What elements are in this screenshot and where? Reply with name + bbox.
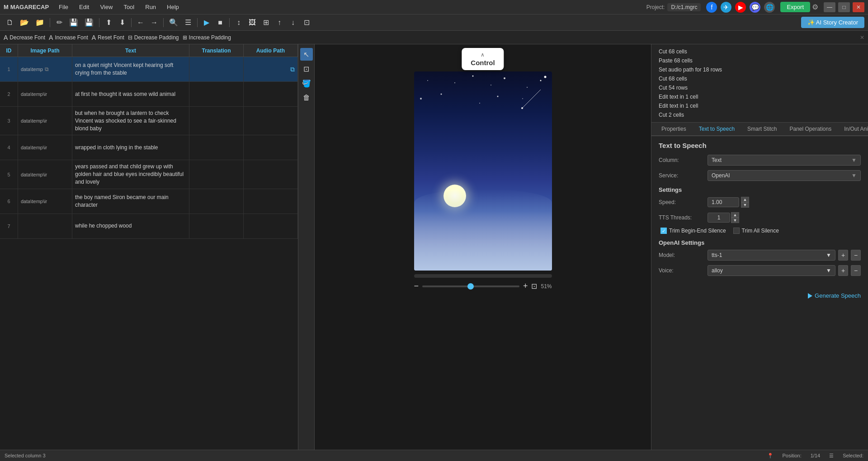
- table-row[interactable]: 3 data\temp\ir but when he brought a lan…: [0, 107, 298, 135]
- play-button[interactable]: ▶: [200, 16, 213, 29]
- model-select[interactable]: tts-1 ▼: [708, 250, 835, 261]
- ctx-cut-54[interactable]: Cut 54 rows: [656, 83, 863, 92]
- control-collapse-arrow[interactable]: ∧: [481, 52, 485, 58]
- tab-smart-stitch[interactable]: Smart Stitch: [741, 123, 783, 136]
- table-row[interactable]: 2 data\temp\ir at first he thought it wa…: [0, 82, 298, 107]
- ctx-edit-1a[interactable]: Edit text in 1 cell: [656, 92, 863, 101]
- cell-text[interactable]: years passed and that child grew up with…: [72, 160, 189, 188]
- horizontal-scrollbar[interactable]: [414, 274, 552, 278]
- menu-file[interactable]: File: [54, 2, 73, 12]
- crop-tool-button[interactable]: ⊡: [300, 62, 313, 75]
- list-button[interactable]: ☰: [182, 16, 194, 29]
- image-button[interactable]: 🖼: [246, 16, 259, 29]
- table-row[interactable]: 6 data\temp\ir the boy named Siron becam…: [0, 189, 298, 214]
- trim-begin-checkbox[interactable]: ✓ Trim Begin-End Silence: [660, 228, 726, 234]
- trim-all-checkbox-box[interactable]: [733, 228, 740, 234]
- folder-button[interactable]: 📁: [33, 16, 47, 29]
- up-button[interactable]: ↑: [273, 16, 286, 29]
- voice-add-button[interactable]: +: [838, 265, 848, 276]
- close-button[interactable]: ✕: [853, 2, 864, 12]
- increase-font-button[interactable]: A Increase Font: [49, 34, 88, 41]
- voice-remove-button[interactable]: −: [851, 265, 861, 276]
- zoom-button[interactable]: 🔍: [166, 16, 181, 29]
- tab-panel-operations[interactable]: Panel Operations: [783, 123, 838, 136]
- settings-icon[interactable]: ⚙: [812, 3, 818, 11]
- minimize-button[interactable]: —: [824, 2, 835, 12]
- discord-icon[interactable]: 💬: [750, 2, 760, 13]
- table-row[interactable]: 5 data\temp\ir years passed and that chi…: [0, 160, 298, 189]
- speed-down-button[interactable]: ▼: [741, 202, 749, 208]
- save-as-button[interactable]: 💾: [82, 16, 96, 29]
- menu-run[interactable]: Run: [141, 2, 160, 12]
- select-tool-button[interactable]: ↖: [300, 48, 313, 61]
- zoom-slider[interactable]: [422, 285, 519, 287]
- export-button[interactable]: Export: [780, 2, 810, 12]
- delete-tool-button[interactable]: 🗑: [300, 91, 313, 104]
- website-icon[interactable]: 🌐: [764, 2, 775, 13]
- upload-button[interactable]: ⬆: [102, 16, 115, 29]
- down-button[interactable]: ↓: [287, 16, 299, 29]
- table-row[interactable]: 1 data\temp ⧉ on a quiet night Vincent k…: [0, 57, 298, 82]
- stop-button[interactable]: ■: [214, 16, 226, 29]
- ai-story-button[interactable]: ✨ AI Story Creator: [801, 17, 864, 28]
- generate-speech-button[interactable]: Generate Speech: [808, 292, 861, 299]
- voice-select[interactable]: alloy ▼: [708, 265, 835, 276]
- cell-text[interactable]: while he chopped wood: [72, 214, 189, 238]
- cell-text[interactable]: at first he thought it was some wild ani…: [72, 82, 189, 106]
- redo-button[interactable]: →: [148, 16, 160, 29]
- cell-text[interactable]: on a quiet night Vincent kept hearing so…: [72, 57, 189, 81]
- paint-tool-button[interactable]: 🪣: [300, 77, 313, 90]
- ctx-cut-68[interactable]: Cut 68 cells: [656, 47, 863, 56]
- zoom-slider-thumb[interactable]: [467, 283, 474, 290]
- zoom-out-button[interactable]: −: [414, 281, 419, 291]
- ctx-edit-1b[interactable]: Edit text in 1 cell: [656, 101, 863, 110]
- decrease-padding-button[interactable]: ⊟ Decrease Padding: [128, 34, 179, 41]
- model-add-button[interactable]: +: [838, 250, 848, 261]
- tab-text-to-speech[interactable]: Text to Speech: [693, 123, 741, 136]
- sort-button[interactable]: ↕: [232, 16, 245, 29]
- threads-input[interactable]: [708, 213, 730, 223]
- download-button[interactable]: ⬇: [116, 16, 128, 29]
- threads-up-button[interactable]: ▲: [731, 212, 739, 218]
- menu-edit[interactable]: Edit: [75, 2, 94, 12]
- save-button[interactable]: 💾: [66, 16, 81, 29]
- ctx-set-audio[interactable]: Set audio path for 18 rows: [656, 65, 863, 74]
- tab-inout-anim[interactable]: In/Out Anim: [838, 123, 868, 136]
- cell-text[interactable]: wrapped in cloth lying in the stable: [72, 135, 189, 160]
- telegram-icon[interactable]: ✈: [721, 2, 731, 13]
- ctx-cut-68b[interactable]: Cut 68 cells: [656, 74, 863, 83]
- zoom-in-button[interactable]: +: [523, 281, 528, 291]
- ctx-paste-68[interactable]: Paste 68 cells: [656, 56, 863, 65]
- tab-properties[interactable]: Properties: [655, 123, 693, 136]
- threads-down-button[interactable]: ▼: [731, 218, 739, 223]
- crop-button[interactable]: ⊡: [300, 16, 313, 29]
- facebook-icon[interactable]: f: [706, 2, 717, 13]
- menu-tool[interactable]: Tool: [119, 2, 139, 12]
- cell-text[interactable]: the boy named Siron became our main char…: [72, 189, 189, 214]
- service-select[interactable]: OpenAI ▼: [708, 170, 861, 181]
- trim-all-checkbox[interactable]: Trim All Silence: [733, 228, 779, 234]
- audio-link-icon[interactable]: ⧉: [290, 66, 295, 73]
- edit-button[interactable]: ✏: [53, 16, 66, 29]
- cell-text[interactable]: but when he brought a lantern to check V…: [72, 107, 189, 135]
- speed-input[interactable]: [708, 197, 739, 207]
- fontbar-collapse-button[interactable]: ✕: [860, 34, 864, 41]
- menu-view[interactable]: View: [95, 2, 117, 12]
- reset-font-button[interactable]: A Reset Font: [92, 34, 124, 41]
- table-row[interactable]: 7 while he chopped wood: [0, 214, 298, 239]
- increase-padding-button[interactable]: ⊞ Increase Padding: [183, 34, 231, 41]
- new-file-button[interactable]: 🗋: [4, 16, 16, 29]
- menu-help[interactable]: Help: [162, 2, 184, 12]
- fit-screen-button[interactable]: ⊡: [531, 282, 537, 290]
- ctx-cut-2[interactable]: Cut 2 cells: [656, 110, 863, 119]
- undo-button[interactable]: ←: [134, 16, 147, 29]
- open-button[interactable]: 📂: [17, 16, 32, 29]
- maximize-button[interactable]: □: [838, 2, 850, 12]
- image-external-icon[interactable]: ⧉: [45, 66, 49, 72]
- trim-begin-checkbox-box[interactable]: ✓: [660, 228, 667, 234]
- add-col-button[interactable]: ⊞: [259, 16, 272, 29]
- speed-up-button[interactable]: ▲: [741, 197, 749, 202]
- table-row[interactable]: 4 data\temp\ir wrapped in cloth lying in…: [0, 135, 298, 160]
- decrease-font-button[interactable]: A Decrease Font: [4, 34, 45, 41]
- model-remove-button[interactable]: −: [851, 250, 861, 261]
